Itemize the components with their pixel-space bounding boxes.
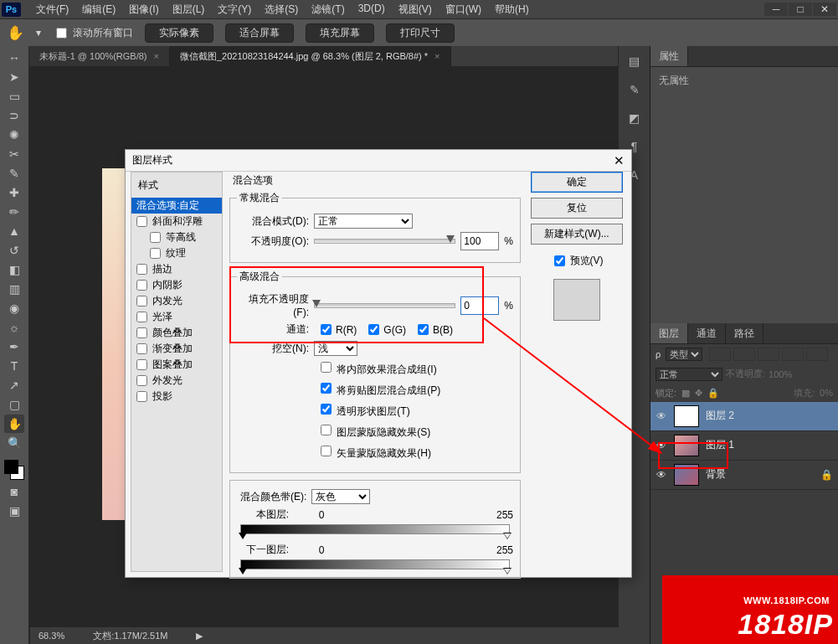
blendif-select[interactable]: 灰色	[311, 489, 370, 504]
lock-position-icon[interactable]: ✥	[695, 388, 702, 399]
dodge-tool[interactable]: ☼	[4, 318, 24, 337]
minimize-button[interactable]: ─	[764, 3, 788, 16]
menu-edit[interactable]: 编辑(E)	[75, 0, 122, 19]
chk-trans[interactable]: 透明形状图层(T)	[317, 401, 410, 419]
chk-vecmaskfx[interactable]: 矢量蒙版隐藏效果(H)	[317, 443, 431, 461]
layer-name[interactable]: 图层 2	[706, 409, 734, 423]
move-tool[interactable]: ➤	[4, 68, 24, 86]
menu-3d[interactable]: 3D(D)	[352, 0, 392, 19]
close-button[interactable]: ✕	[813, 3, 836, 16]
filter-smart-icon[interactable]	[806, 348, 828, 361]
layer-blendmode-select[interactable]: 正常	[655, 368, 722, 381]
dialog-close-button[interactable]: ✕	[614, 153, 625, 168]
style-color-overlay[interactable]: 颜色叠加	[131, 325, 222, 341]
eraser-tool[interactable]: ◧	[4, 260, 24, 279]
style-bevel[interactable]: 斜面和浮雕	[131, 214, 222, 229]
close-icon[interactable]: ×	[434, 51, 440, 61]
type-tool[interactable]: T	[4, 357, 24, 375]
filter-type-icon[interactable]	[758, 348, 779, 361]
ok-button[interactable]: 确定	[531, 172, 623, 193]
screenmode-toggle[interactable]: ▣	[4, 502, 24, 520]
fit-screen-button[interactable]: 适合屏幕	[225, 23, 294, 43]
layer-name[interactable]: 背景	[706, 467, 726, 482]
chk-interior[interactable]: 将内部效果混合成组(I)	[317, 359, 437, 377]
path-select-tool[interactable]: ↗	[4, 376, 24, 394]
tool-arrows-icon[interactable]: ↔	[4, 49, 24, 67]
brush-tool[interactable]: ✏	[4, 203, 24, 221]
style-inner-glow[interactable]: 内发光	[131, 293, 222, 309]
menu-layer[interactable]: 图层(L)	[166, 0, 212, 19]
rail-history-icon[interactable]: ▤	[625, 53, 644, 70]
this-layer-gradient[interactable]	[240, 524, 510, 534]
chk-maskfx[interactable]: 图层蒙版隐藏效果(S)	[317, 422, 430, 440]
print-size-button[interactable]: 打印尺寸	[386, 23, 455, 43]
stamp-tool[interactable]: ▲	[4, 222, 24, 240]
fg-color-swatch[interactable]	[4, 460, 18, 474]
quick-select-tool[interactable]: ✺	[4, 126, 24, 144]
style-stroke[interactable]: 描边	[131, 261, 222, 277]
shape-tool[interactable]: ▢	[4, 395, 24, 414]
layer-opacity-value[interactable]: 100%	[769, 369, 792, 379]
history-brush-tool[interactable]: ↺	[4, 241, 24, 260]
new-style-button[interactable]: 新建样式(W)...	[531, 224, 623, 245]
style-pattern-overlay[interactable]: 图案叠加	[131, 357, 222, 373]
tab-layers[interactable]: 图层	[650, 323, 688, 343]
document-tab[interactable]: 微信截图_20210823184244.jpg @ 68.3% (图层 2, R…	[170, 46, 451, 66]
style-satin[interactable]: 光泽	[131, 309, 222, 325]
layer-thumbnail[interactable]	[674, 405, 699, 427]
tab-paths[interactable]: 路径	[726, 323, 763, 343]
menu-filter[interactable]: 滤镜(T)	[305, 0, 351, 19]
blend-mode-select[interactable]: 正常	[314, 214, 413, 229]
chk-clipped[interactable]: 将剪贴图层混合成组(P)	[317, 380, 440, 398]
rail-swatch-icon[interactable]: ◩	[625, 110, 644, 126]
document-tab[interactable]: 未标题-1 @ 100%(RGB/8)×	[29, 46, 170, 66]
style-contour[interactable]: 等高线	[131, 229, 222, 245]
style-outer-glow[interactable]: 外发光	[131, 373, 222, 389]
option-scroll-all-checkbox[interactable]	[56, 28, 67, 39]
status-arrow-icon[interactable]: ▶	[196, 631, 203, 641]
style-blending-options[interactable]: 混合选项:自定	[131, 198, 222, 214]
menu-view[interactable]: 视图(V)	[392, 0, 439, 19]
hand-tool[interactable]: ✋	[4, 415, 24, 433]
tab-properties[interactable]: 属性	[650, 46, 688, 66]
eyedropper-tool[interactable]: ✎	[4, 164, 24, 183]
healing-tool[interactable]: ✚	[4, 183, 24, 202]
under-layer-gradient[interactable]	[240, 559, 510, 569]
cancel-button[interactable]: 复位	[531, 198, 623, 219]
rail-brush-icon[interactable]: ✎	[625, 81, 644, 98]
preview-checkbox[interactable]: 预览(V)	[531, 250, 623, 269]
lasso-tool[interactable]: ⊃	[4, 106, 24, 125]
gradient-tool[interactable]: ▥	[4, 280, 24, 298]
menu-window[interactable]: 窗口(W)	[439, 0, 488, 19]
layer-row[interactable]: 👁 图层 2	[650, 402, 838, 431]
lock-all-icon[interactable]: 🔒	[707, 388, 719, 399]
fill-screen-button[interactable]: 填充屏幕	[306, 23, 374, 43]
opacity-slider[interactable]	[314, 239, 455, 244]
filter-adjust-icon[interactable]	[733, 348, 755, 361]
style-texture[interactable]: 纹理	[131, 245, 222, 261]
color-swatches[interactable]	[3, 458, 26, 482]
tab-channels[interactable]: 通道	[688, 323, 726, 343]
menu-select[interactable]: 选择(S)	[258, 0, 305, 19]
visibility-toggle[interactable]: 👁	[655, 410, 667, 422]
close-icon[interactable]: ×	[154, 51, 159, 61]
option-scroll-all[interactable]: 滚动所有窗口	[53, 25, 133, 41]
style-grad-overlay[interactable]: 渐变叠加	[131, 341, 222, 357]
filter-pixel-icon[interactable]	[709, 348, 731, 361]
quickmask-toggle[interactable]: ◙	[4, 482, 24, 501]
lock-pixels-icon[interactable]: ▩	[681, 388, 690, 399]
blur-tool[interactable]: ◉	[4, 299, 24, 317]
layer-filter-select[interactable]: 类型	[666, 348, 702, 361]
fill-value[interactable]: 0%	[820, 388, 833, 398]
visibility-toggle[interactable]: 👁	[655, 469, 667, 481]
crop-tool[interactable]: ✂	[4, 145, 24, 163]
dialog-titlebar[interactable]: 图层样式 ✕	[126, 150, 631, 172]
menu-help[interactable]: 帮助(H)	[488, 0, 536, 19]
opacity-input[interactable]	[460, 232, 499, 250]
style-drop-shadow[interactable]: 投影	[131, 389, 222, 404]
menu-image[interactable]: 图像(I)	[122, 0, 165, 19]
filter-shape-icon[interactable]	[782, 348, 804, 361]
marquee-tool[interactable]: ▭	[4, 87, 24, 106]
actual-pixels-button[interactable]: 实际像素	[145, 23, 213, 43]
zoom-tool[interactable]: 🔍	[4, 434, 24, 452]
